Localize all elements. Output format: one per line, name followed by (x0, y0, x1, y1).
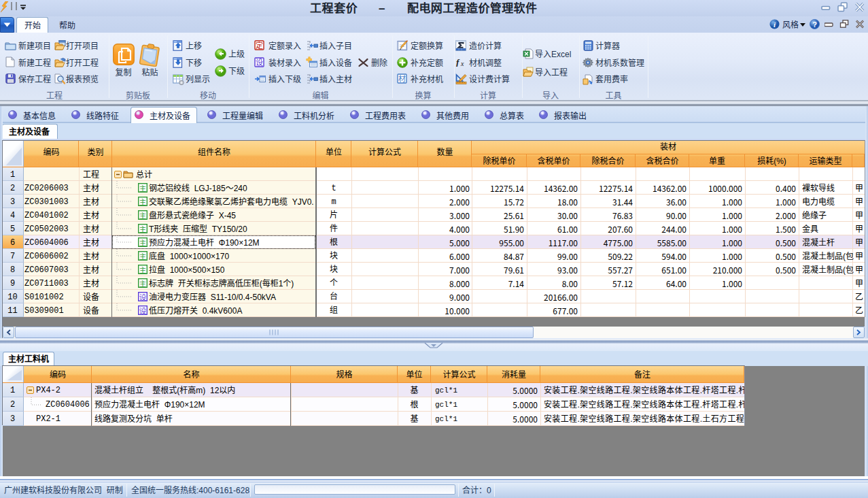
svg-text:?: ? (812, 20, 817, 29)
svg-text:设: 设 (256, 57, 263, 67)
svg-text:主: 主 (139, 224, 147, 233)
svg-text:设: 设 (139, 305, 147, 315)
svg-text:主: 主 (139, 265, 147, 274)
svg-text:f: f (456, 57, 460, 67)
svg-text:主: 主 (139, 237, 147, 247)
svg-text:主: 主 (139, 210, 147, 220)
svg-text:主: 主 (139, 251, 147, 261)
svg-text:主: 主 (139, 197, 147, 206)
svg-text:主: 主 (139, 183, 147, 193)
svg-text:主: 主 (139, 278, 147, 288)
svg-text:x: x (460, 60, 464, 67)
svg-text:材: 材 (398, 73, 406, 84)
svg-text:定: 定 (256, 40, 263, 50)
svg-text:设: 设 (139, 292, 147, 301)
